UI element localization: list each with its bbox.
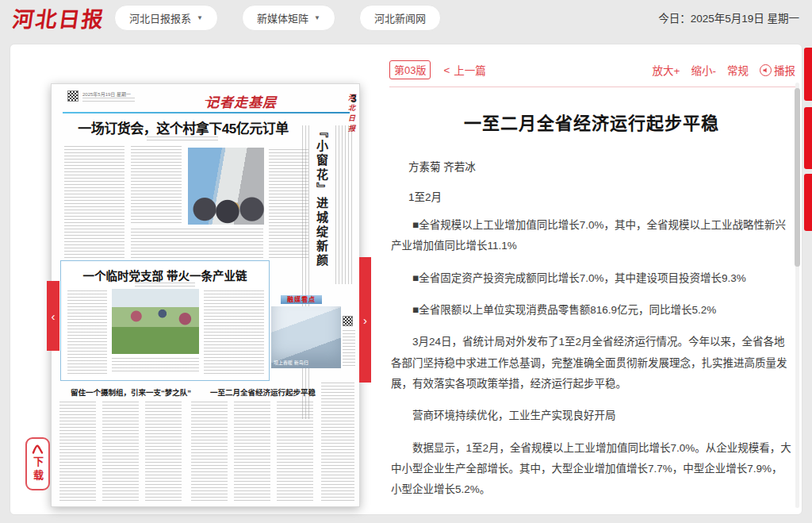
- previous-article-label: 上一篇: [454, 62, 486, 78]
- paper-date-line: 2025年5月19日 星期一: [82, 90, 131, 98]
- article-content: 一至二月全省经济运行起步平稳 方素菊 齐若冰 1至2月 ■全省规模以上工业增加值…: [389, 87, 795, 514]
- text-column: [131, 229, 263, 260]
- chevron-left-icon: ‹: [52, 310, 56, 323]
- today-date-label: 今日：2025年5月19日 星期一: [658, 10, 799, 25]
- photo-caption: [112, 358, 199, 372]
- broadcast-label: 播报: [774, 62, 795, 78]
- paper-headline-main[interactable]: 一场订货会，这个村拿下45亿元订单: [58, 117, 308, 137]
- article-bullet: ■全省限额以上单位实现消费品零售额816.9亿元，同比增长5.2%: [391, 300, 792, 321]
- text-column: [321, 383, 354, 502]
- photo-greenhouse-workers: [112, 289, 199, 354]
- text-column: [191, 402, 228, 502]
- angle-left-icon: <: [443, 64, 450, 76]
- pdf-icon: [32, 444, 44, 454]
- side-tab-2[interactable]: [804, 107, 812, 169]
- paper-headline-bottom-left[interactable]: 留住一个摄制组，引来一支“梦之队”: [59, 386, 202, 398]
- text-column: [59, 402, 96, 502]
- download-pdf-button[interactable]: 下载: [25, 437, 50, 490]
- article-toolbar: 第03版 < 上一篇 放大+ 缩小- 常规 播报: [389, 60, 795, 79]
- article-title: 一至二月全省经济运行起步平稳: [391, 109, 792, 134]
- article-tools: 放大+ 缩小- 常规 播报: [653, 62, 795, 78]
- text-column: [102, 402, 139, 502]
- nav-new-media-matrix[interactable]: 新媒体矩阵 ▼: [242, 5, 335, 31]
- side-tab-3[interactable]: [804, 174, 812, 231]
- previous-page-arrow[interactable]: ‹: [47, 281, 59, 351]
- text-column: [67, 290, 107, 374]
- banner-dash: —: [205, 91, 218, 107]
- logo-hebei-daily: 河北日报: [10, 2, 116, 33]
- nav-paper-series-label: 河北日报报系: [129, 10, 191, 25]
- article-authors: 方素菊 齐若冰: [391, 158, 792, 174]
- article-scrollbar-thumb[interactable]: [795, 88, 800, 267]
- paper-media-box-label: 融媒看点: [281, 295, 322, 304]
- chevron-down-icon: ▼: [314, 14, 320, 21]
- article-pane: 第03版 < 上一篇 放大+ 缩小- 常规 播报 一至二月全省经济运行起步平稳 …: [389, 60, 795, 514]
- normal-size-button[interactable]: 常规: [727, 62, 749, 78]
- nav-paper-series[interactable]: 河北日报报系 ▼: [114, 5, 218, 31]
- nav-hebei-news-site[interactable]: 河北新闻网: [359, 5, 441, 31]
- text-column: [234, 402, 270, 502]
- text-column-vertical: [302, 125, 310, 419]
- chevron-right-icon: ›: [363, 313, 367, 327]
- text-column: [204, 290, 264, 374]
- photo-winter-lake: 坝上春暖 新鸟归: [271, 306, 341, 368]
- article-paragraph: “全省各地聚焦高质量发展，持续优化营商环境，大力提振市场信心，狠抓传统产业改造升…: [391, 511, 792, 514]
- zoom-out-button[interactable]: 缩小-: [691, 62, 717, 78]
- article-subhead: 营商环境持续优化，工业生产实现良好开局: [391, 406, 792, 426]
- reader-panel: 2025年5月19日 星期一 — 记者走基层 — 河北日报3 一场订货会，这个村…: [10, 44, 802, 515]
- zoom-in-button[interactable]: 放大+: [653, 62, 680, 78]
- broadcast-button[interactable]: 播报: [760, 62, 795, 78]
- text-column: [131, 146, 182, 225]
- download-label: 下载: [30, 456, 45, 483]
- text-column: [343, 330, 355, 368]
- paper-headline-second[interactable]: 一个临时党支部 带火一条产业链: [60, 267, 270, 283]
- paper-masthead-rule: [63, 112, 350, 113]
- newspaper-page-preview[interactable]: 2025年5月19日 星期一 — 记者走基层 — 河北日报3 一场订货会，这个村…: [51, 83, 360, 507]
- text-column: [145, 402, 182, 502]
- text-column: [64, 146, 124, 263]
- previous-article-link[interactable]: < 上一篇: [443, 62, 485, 78]
- paper-byline-second: [135, 283, 195, 286]
- article-paragraph: 数据显示，1至2月，全省规模以上工业增加值同比增长7.0%。从企业规模看，大中小…: [391, 438, 792, 501]
- paper-page-number: 3: [350, 92, 357, 105]
- text-column-vertical: [335, 125, 354, 284]
- article-paragraph: 3月24日，省统计局对外发布了1至2月全省经济运行情况。今年以来，全省各地各部门…: [391, 332, 792, 394]
- photo-overlay-caption: 坝上春暖 新鸟归: [274, 359, 308, 366]
- article-bullet: ■全省固定资产投资完成额同比增长7.0%，其中建设项目投资增长9.3%: [391, 268, 792, 289]
- page-edition-badge: 第03版: [389, 60, 431, 79]
- speaker-icon: [760, 64, 772, 76]
- chevron-down-icon: ▼: [197, 14, 203, 21]
- paper-headline-bottom-right[interactable]: 一至二月全省经济运行起步平稳: [210, 386, 315, 398]
- text-column: [277, 402, 313, 502]
- media-qr-code: [343, 316, 353, 326]
- side-tab-1[interactable]: [804, 48, 812, 101]
- paper-qr-code: [67, 90, 79, 102]
- paper-edition-info: [82, 98, 135, 102]
- top-bar: 河北日报 河北日报报系 ▼ 新媒体矩阵 ▼ 河北新闻网 今日：2025年5月19…: [0, 0, 812, 35]
- nav-hebei-news-site-label: 河北新闻网: [374, 10, 426, 25]
- photo-industrial-site: [188, 148, 264, 225]
- article-bullet: ■全省规模以上工业增加值同比增长7.0%，其中，全省规模以上工业战略性新兴产业增…: [391, 215, 792, 257]
- article-intro: 1至2月: [391, 188, 792, 204]
- nav-new-media-matrix-label: 新媒体矩阵: [257, 10, 308, 25]
- next-page-arrow[interactable]: ›: [359, 257, 371, 383]
- paper-byline-main: [147, 137, 218, 140]
